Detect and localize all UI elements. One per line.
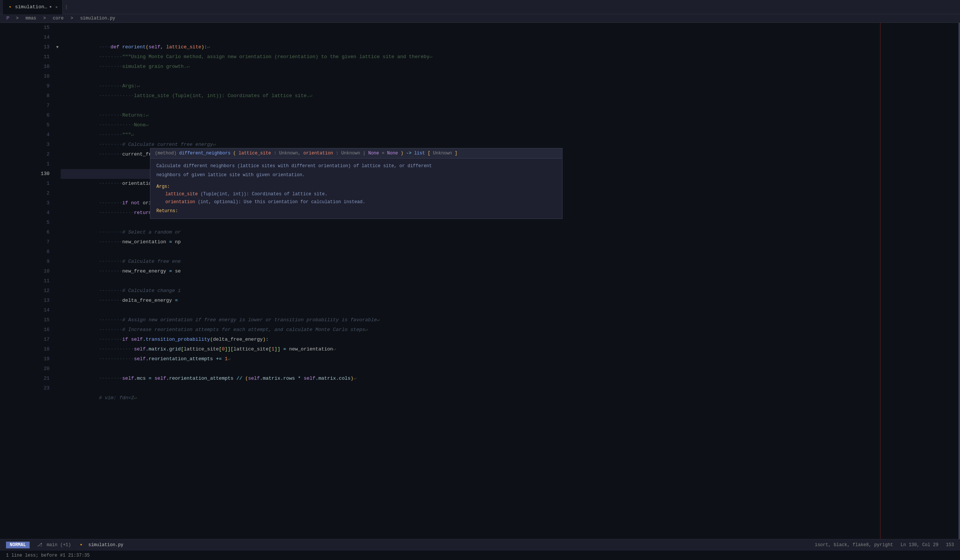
status-bar: NORMAL ⎇ main (+1) 🔸 simulation.py isort… xyxy=(0,539,960,550)
table-row: 14 ····def reorient(self, lattice_site):… xyxy=(27,33,955,42)
table-row: 9 ········new_free_energy = se xyxy=(27,257,955,266)
table-row: 20 ········self.mcs = self.reorientation… xyxy=(27,364,955,374)
code-content[interactable]: 15 14 ····def reorient(self, lattice_sit… xyxy=(27,23,955,539)
table-row: 23 # vim: fdn=2↵ xyxy=(27,383,955,393)
table-row: 5 ········# Select a random or xyxy=(27,218,955,228)
table-row: 14 ········# Assign new orientation if f… xyxy=(27,305,955,315)
app: 🔸 simulation… ● ✕ | 𝓟 > mmas > core > si… xyxy=(0,0,960,560)
column-indicator xyxy=(880,23,880,539)
status-file-label: simulation.py xyxy=(88,542,123,548)
status-filename: 🔸 simulation.py xyxy=(78,542,123,548)
message-text: 1 line less; before #1 21:37:35 xyxy=(6,553,90,558)
status-file-icon: 🔸 xyxy=(78,542,84,548)
status-left: NORMAL ⎇ main (+1) 🔸 simulation.py xyxy=(6,542,123,548)
tab-close-button[interactable]: ✕ xyxy=(56,5,58,10)
breadcrumb-part-1: 𝓟 xyxy=(6,16,9,21)
table-row: 9 ············lattice_site (Tuple(int, i… xyxy=(27,81,955,91)
table-row: 15 xyxy=(27,23,955,33)
tooltip-method-sig: (method) different_neighbors ( lattice_s… xyxy=(155,151,458,156)
tooltip-header: (method) different_neighbors ( lattice_s… xyxy=(150,148,562,158)
table-row: 15 ········# Increase reorientation atte… xyxy=(27,315,955,325)
tooltip-arg2: orientation (int, optional): Use this or… xyxy=(156,198,556,206)
scrollbar-track[interactable] xyxy=(955,23,960,539)
tab-bar: 🔸 simulation… ● ✕ | xyxy=(0,0,960,14)
table-row: 12 ········delta_free_energy = xyxy=(27,286,955,296)
branch-icon: ⎇ xyxy=(37,542,42,548)
tooltip-arg1: lattice_site (Tuple(int, int)): Coordina… xyxy=(156,190,556,198)
message-bar: 1 line less; before #1 21:37:35 xyxy=(0,550,960,560)
table-row: 18 ············self.reorientation_attemp… xyxy=(27,345,955,354)
table-row: 6 ········new_orientation = np xyxy=(27,228,955,237)
encoding: 153 xyxy=(946,542,954,548)
table-row: 16 ········if self.transition_probabilit… xyxy=(27,325,955,335)
cursor-position: Ln 130, Col 29 xyxy=(901,542,939,548)
table-row: 17 ············self.matrix.grid[lattice_… xyxy=(27,335,955,345)
tooltip-returns-label: Returns: xyxy=(156,206,556,215)
tooltip-desc-line1: Calculate different neighbors (lattice s… xyxy=(156,162,556,171)
table-row: 13 ▼ ········"""Using Monte Carlo method… xyxy=(27,42,955,52)
tab-filename: simulation… xyxy=(15,4,47,10)
vim-mode: NORMAL xyxy=(6,542,30,548)
status-right: isort, black, flake8, pyright Ln 130, Co… xyxy=(815,542,954,548)
git-branch: ⎇ main (+1) xyxy=(37,542,71,548)
tab-modified-indicator: ● xyxy=(50,5,52,9)
lsp-tools: isort, black, flake8, pyright xyxy=(815,542,893,548)
breadcrumb-part-2[interactable]: mmas xyxy=(26,16,36,21)
hover-tooltip: (method) different_neighbors ( lattice_s… xyxy=(150,148,563,219)
table-row: 4 ········# Calculate current free energ… xyxy=(27,130,955,140)
editor-area: 15 14 ····def reorient(self, lattice_sit… xyxy=(0,23,960,539)
line-number-gutter xyxy=(0,23,27,539)
table-row: 7 ········Returns:↵ xyxy=(27,101,955,110)
file-tab[interactable]: 🔸 simulation… ● ✕ xyxy=(3,0,62,14)
tooltip-body: Calculate different neighbors (lattice s… xyxy=(150,158,562,219)
table-row: 6 ············None↵ xyxy=(27,110,955,120)
breadcrumb-part-3[interactable]: core xyxy=(53,16,64,21)
tab-file-icon: 🔸 xyxy=(8,5,13,10)
scrollbar-thumb[interactable] xyxy=(958,23,960,539)
tab-divider: | xyxy=(65,4,68,10)
table-row: 10 ········Args:↵ xyxy=(27,72,955,81)
tooltip-desc-line2: neighbors of given lattice site with giv… xyxy=(156,171,556,183)
table-row: 5 ········"""↵ xyxy=(27,120,955,130)
tooltip-args-label: Args: xyxy=(156,183,556,190)
table-row: 11 ········# Calculate change i xyxy=(27,276,955,286)
breadcrumb-part-4[interactable]: simulation.py xyxy=(80,16,115,21)
table-row: 8 ········# Calculate free ene xyxy=(27,247,955,257)
breadcrumb: 𝓟 > mmas > core > simulation.py xyxy=(0,14,960,23)
branch-name: main (+1) xyxy=(46,542,71,548)
table-row: 11 ········simulate grain growth.↵ xyxy=(27,52,955,62)
